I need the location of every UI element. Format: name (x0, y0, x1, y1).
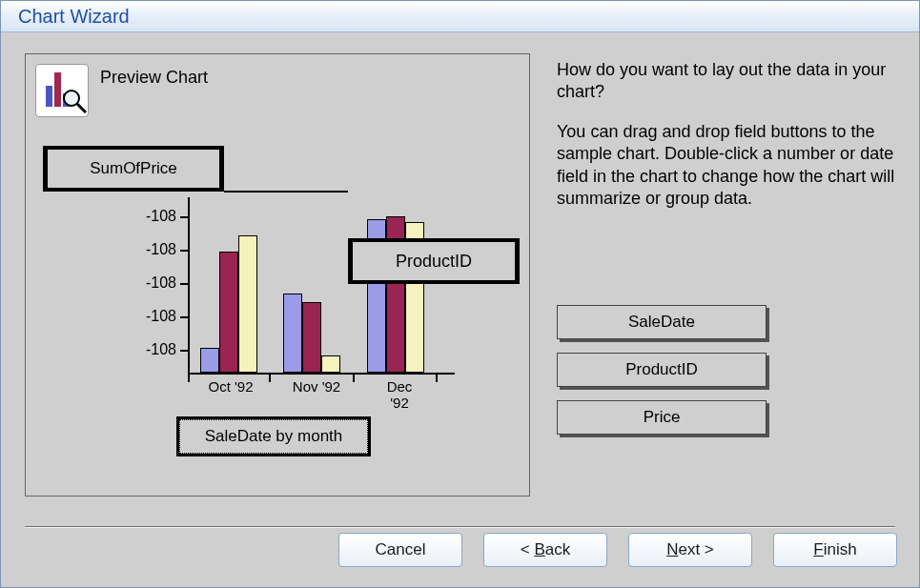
button-label: Cancel (376, 540, 426, 559)
bar (219, 252, 238, 373)
y-tick-label: -108 (131, 241, 176, 258)
y-axis-field-label: SumOfPrice (47, 149, 220, 189)
y-tick-label: -108 (131, 208, 176, 225)
content-area: Preview Chart SumOfPrice -108 -108 -108 … (2, 32, 918, 586)
preview-panel: Preview Chart SumOfPrice -108 -108 -108 … (25, 53, 530, 497)
next-button[interactable]: Next > (628, 533, 752, 567)
y-tick-label: -108 (131, 308, 176, 325)
series-field-label: ProductID (352, 241, 516, 281)
field-button-label: SaleDate (628, 313, 695, 332)
cancel-button[interactable]: Cancel (338, 533, 462, 567)
x-axis-drop-target[interactable]: SaleDate by month (176, 416, 371, 456)
finish-button[interactable]: Finish (773, 533, 897, 567)
field-button-price[interactable]: Price (557, 400, 767, 435)
bar (238, 235, 257, 373)
bar (321, 355, 340, 373)
window-title: Chart Wizard (18, 6, 130, 28)
magnifier-icon (61, 88, 88, 114)
field-button-label: Price (644, 408, 681, 427)
bar (200, 348, 219, 373)
x-tick-label: Nov '92 (293, 378, 340, 395)
button-label: Next > (666, 540, 714, 559)
titlebar: Chart Wizard (1, 1, 919, 32)
series-drop-target[interactable]: ProductID (348, 238, 520, 284)
x-axis-field-label: SaleDate by month (179, 419, 368, 454)
instruction-heading: How do you want to lay out the data in y… (557, 59, 900, 104)
preview-title: Preview Chart (100, 68, 208, 88)
sample-chart: -108 -108 -108 -108 -108 Oct '92 (121, 197, 407, 397)
wizard-window: Chart Wizard Preview Chart SumOfPrice (0, 0, 920, 588)
y-tick-label: -108 (131, 274, 176, 292)
separator (25, 526, 895, 528)
svg-point-0 (64, 91, 79, 106)
field-button-saledate[interactable]: SaleDate (557, 305, 767, 339)
y-axis (188, 197, 190, 374)
button-label: Finish (813, 540, 856, 559)
button-label: < Back (521, 540, 570, 559)
wizard-buttons: Cancel < Back Next > Finish (2, 533, 897, 567)
bar (302, 302, 321, 373)
x-axis (188, 373, 455, 375)
y-tick-label: -108 (131, 341, 176, 358)
preview-chart-icon (35, 64, 89, 117)
x-tick-label: Dec '92 (387, 378, 413, 411)
x-tick-label: Oct '92 (208, 378, 253, 395)
instruction-body: You can drag and drop field buttons to t… (557, 121, 900, 211)
bar (283, 294, 302, 373)
back-button[interactable]: < Back (483, 533, 607, 567)
instruction-pane: How do you want to lay out the data in y… (557, 59, 900, 448)
field-button-label: ProductID (625, 360, 698, 379)
field-button-productid[interactable]: ProductID (557, 353, 767, 387)
available-fields: SaleDate ProductID Price (557, 305, 900, 435)
y-token-rule (224, 191, 348, 193)
y-axis-drop-target[interactable]: SumOfPrice (43, 146, 224, 192)
svg-line-1 (77, 104, 86, 112)
